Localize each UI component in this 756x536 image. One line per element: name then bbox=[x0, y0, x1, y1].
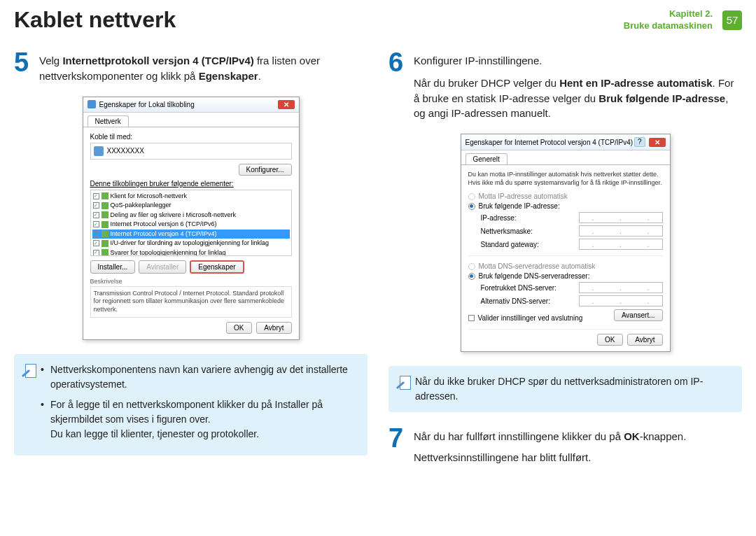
description-box: Transmission Control Protocol / Internet… bbox=[90, 286, 292, 318]
client-icon bbox=[102, 192, 108, 199]
chapter-info-block: Kapittel 2. Bruke datamaskinen 57 bbox=[624, 8, 742, 32]
uninstall-button: Avinstaller bbox=[139, 260, 186, 274]
list-item[interactable]: ✓Internet Protocol versjon 6 (TCP/IPv6) bbox=[92, 220, 290, 230]
ok-button[interactable]: OK bbox=[597, 334, 622, 346]
step-5: 5 Velg Internettprotokoll versjon 4 (TCP… bbox=[14, 49, 368, 84]
step-6: 6 Konfigurer IP-innstillingene. Når du b… bbox=[388, 49, 742, 121]
adapter-name: XXXXXXXX bbox=[107, 147, 144, 155]
dns2-input[interactable]: ... bbox=[579, 295, 663, 306]
close-button[interactable]: ✕ bbox=[649, 138, 666, 147]
chapter-line1: Kapittel 2. bbox=[669, 8, 713, 19]
description-label: Beskrivelse bbox=[90, 278, 292, 285]
properties-button[interactable]: Egenskaper bbox=[190, 260, 244, 274]
page-number-badge: 57 bbox=[722, 10, 742, 30]
dialog-titlebar: Egenskaper for Lokal tilkobling ✕ bbox=[83, 97, 299, 113]
dns1-input[interactable]: ... bbox=[579, 282, 663, 293]
adapter-icon bbox=[94, 146, 104, 156]
advanced-button[interactable]: Avansert... bbox=[614, 309, 663, 321]
field-ip: IP-adresse:... bbox=[481, 212, 663, 223]
dialog-body: Koble til med: XXXXXXXX Konfigurer... De… bbox=[83, 127, 299, 339]
list-item[interactable]: ✓Svarer for topologigjenkjenning for lin… bbox=[92, 248, 290, 256]
field-mask: Nettverksmaske:... bbox=[481, 225, 663, 237]
validate-checkbox[interactable]: Valider innstillinger ved avslutning bbox=[468, 314, 583, 322]
component-buttons: Installer... Avinstaller Egenskaper bbox=[90, 260, 292, 274]
page-title: Kablet nettverk bbox=[14, 7, 624, 33]
window-icon bbox=[88, 100, 96, 108]
configure-button[interactable]: Konfigurer... bbox=[239, 164, 292, 176]
info-text: Når du ikke bruker DHCP spør du nettverk… bbox=[415, 374, 732, 404]
chapter-line2: Bruke datamaskinen bbox=[624, 20, 713, 31]
radio-auto-dns: Motta DNS-serveradresse automatisk bbox=[468, 262, 663, 270]
protocol-icon bbox=[102, 230, 108, 237]
ok-cancel-row: OK Avbryt bbox=[90, 322, 292, 334]
protocol-icon bbox=[102, 221, 108, 228]
tab-general[interactable]: Generelt bbox=[465, 153, 507, 164]
info-bullet: Nettverkskomponentens navn kan variere a… bbox=[41, 362, 358, 392]
field-dns2: Alternativ DNS-server:... bbox=[481, 295, 663, 306]
info-text: Nettverkskomponentens navn kan variere a… bbox=[41, 362, 358, 447]
cancel-button[interactable]: Avbryt bbox=[627, 334, 662, 346]
adapter-box: XXXXXXXX bbox=[90, 143, 292, 160]
dialog-title: Egenskaper for Lokal tilkobling bbox=[99, 101, 195, 108]
field-dns1: Foretrukket DNS-server:... bbox=[481, 282, 663, 293]
list-item[interactable]: ✓Klient for Microsoft-nettverk bbox=[92, 192, 290, 202]
info-bullet: For å legge til en nettverkskomponent kl… bbox=[41, 397, 358, 442]
gateway-input[interactable]: ... bbox=[579, 239, 663, 250]
step-number: 5 bbox=[14, 49, 32, 84]
help-button[interactable]: ? bbox=[634, 137, 645, 147]
step-number: 7 bbox=[388, 425, 407, 465]
ok-button[interactable]: OK bbox=[226, 322, 251, 334]
dialog-local-connection-properties: Egenskaper for Lokal tilkobling ✕ Nettve… bbox=[83, 97, 300, 340]
install-button[interactable]: Installer... bbox=[90, 260, 136, 274]
list-item-selected[interactable]: ✓Internet Protocol versjon 4 (TCP/IPv4) bbox=[92, 230, 290, 239]
step-text: Konfigurer IP-innstillingene. Når du bru… bbox=[414, 49, 742, 121]
note-icon bbox=[21, 362, 35, 379]
page-header: Kablet nettverk Kapittel 2. Bruke datama… bbox=[0, 0, 756, 36]
left-column: 5 Velg Internettprotokoll versjon 4 (TCP… bbox=[14, 49, 368, 478]
qos-icon bbox=[102, 202, 108, 209]
cancel-button[interactable]: Avbryt bbox=[256, 322, 291, 334]
dialog-titlebar: Egenskaper for Internet Protocol versjon… bbox=[461, 134, 670, 150]
responder-icon bbox=[102, 249, 108, 255]
dns-section: Motta DNS-serveradresse automatisk Bruk … bbox=[468, 255, 663, 306]
advanced-row: Valider innstillinger ved avslutning Ava… bbox=[468, 309, 663, 322]
step-text: Velg Internettprotokoll versjon 4 (TCP/I… bbox=[39, 49, 368, 84]
radio-auto-ip[interactable]: Motta IP-adresse automatisk bbox=[468, 192, 663, 200]
radio-static-ip[interactable]: Bruk følgende IP-adresse: bbox=[468, 202, 663, 210]
content-columns: 5 Velg Internettprotokoll versjon 4 (TCP… bbox=[0, 36, 756, 478]
right-column: 6 Konfigurer IP-innstillingene. Når du b… bbox=[388, 49, 742, 478]
info-box-left: Nettverkskomponentens navn kan variere a… bbox=[14, 354, 368, 456]
ok-cancel-row: OK Avbryt bbox=[468, 329, 663, 346]
ip-input[interactable]: ... bbox=[579, 212, 663, 223]
label-connect-with: Koble til med: bbox=[90, 133, 292, 141]
chapter-info: Kapittel 2. Bruke datamaskinen bbox=[624, 8, 713, 32]
close-button[interactable]: ✕ bbox=[278, 100, 295, 109]
list-item[interactable]: ✓QoS-pakkeplanlegger bbox=[92, 201, 290, 211]
dialog-body: Du kan motta IP-innstillinger automatisk… bbox=[461, 164, 670, 351]
component-list[interactable]: ✓Klient for Microsoft-nettverk ✓QoS-pakk… bbox=[90, 190, 292, 256]
dialog-title: Egenskaper for Internet Protocol versjon… bbox=[465, 139, 634, 146]
share-icon bbox=[102, 211, 108, 218]
list-item[interactable]: ✓Deling av filer og skrivere i Microsoft… bbox=[92, 211, 290, 220]
note-icon bbox=[396, 374, 410, 391]
step-7: 7 Når du har fullført innstillingene kli… bbox=[388, 425, 742, 465]
step-number: 6 bbox=[388, 49, 407, 121]
mask-input[interactable]: ... bbox=[579, 225, 663, 237]
intro-text: Du kan motta IP-innstillinger automatisk… bbox=[468, 171, 663, 187]
info-box-right: Når du ikke bruker DHCP spør du nettverk… bbox=[388, 366, 742, 412]
radio-static-dns[interactable]: Bruk følgende DNS-serveradresser: bbox=[468, 272, 663, 280]
step-text: Når du har fullført innstillingene klikk… bbox=[414, 425, 686, 465]
configure-row: Konfigurer... bbox=[90, 164, 292, 176]
tab-network[interactable]: Nettverk bbox=[88, 115, 129, 127]
field-gateway: Standard gateway:... bbox=[481, 239, 663, 250]
dialog-ipv4-properties: Egenskaper for Internet Protocol versjon… bbox=[461, 134, 671, 352]
driver-icon bbox=[102, 240, 108, 247]
label-items: Denne tilkoblingen bruker følgende eleme… bbox=[90, 180, 292, 188]
list-item[interactable]: ✓I/U-driver for tilordning av topologigj… bbox=[92, 239, 290, 248]
